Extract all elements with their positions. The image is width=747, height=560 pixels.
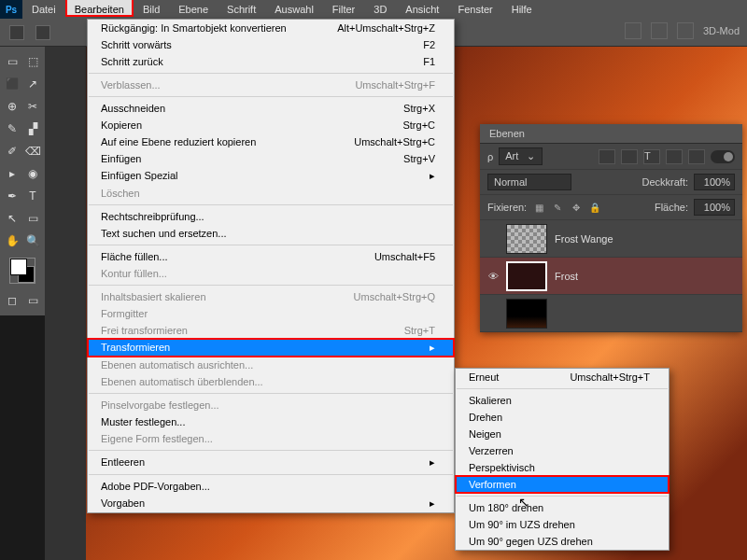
filter-adjust-icon[interactable] [621,149,638,164]
filter-shape-icon[interactable] [666,149,683,164]
tool[interactable]: ↖ [3,208,21,229]
menubar-item-ebene[interactable]: Ebene [169,0,218,19]
layer-row[interactable] [480,295,742,332]
opacity-field[interactable]: 100% [694,174,735,190]
menu-item[interactable]: Skalieren [456,392,669,409]
menubar-item-bearbeiten[interactable]: Bearbeiten [65,0,134,17]
tool[interactable]: ⌫ [23,141,42,161]
opacity-label: Deckkraft: [641,176,688,188]
menu-item[interactable]: Transformieren [88,339,454,357]
tools-panel: ▭⬚⬛↗⊕✂✎▞✐⌫▸◉✒T↖▭✋🔍 ◻▭ [0,47,45,315]
filter-type-icon[interactable]: T [643,149,660,164]
menu-item: Inhaltsbasiert skalierenUmschalt+Strg+Q [88,288,454,305]
tool[interactable]: ▭ [23,208,42,229]
menu-item[interactable]: Um 90° gegen UZS drehen [456,533,669,550]
layers-tab[interactable]: Ebenen [480,124,742,144]
edit-menu: Rückgängig: In Smartobjekt konvertierenA… [87,19,455,513]
tool[interactable]: ▭ [3,51,21,72]
tool[interactable]: T [23,186,42,206]
menu-item[interactable]: KopierenStrg+C [88,117,454,133]
color-swatch[interactable] [9,258,35,284]
tool[interactable]: ✐ [3,141,21,161]
screenmode-icon[interactable]: ▭ [23,290,42,311]
tool-preset-icon[interactable] [9,25,24,40]
tool[interactable]: ▞ [23,119,42,139]
distribute-icon[interactable] [651,22,668,39]
visibility-icon[interactable]: 👁 [480,271,506,282]
menubar-item-bild[interactable]: Bild [134,0,169,19]
menu-item[interactable]: Muster festlegen... [88,413,454,430]
tool[interactable]: ✋ [3,231,21,251]
menu-item[interactable]: Verzerren [456,442,669,459]
menu-item: Eigene Form festlegen... [88,430,454,447]
tool[interactable]: ✂ [23,96,42,117]
fill-field[interactable]: 100% [694,199,735,216]
lock-pixels-icon[interactable]: ✎ [551,201,564,214]
menu-item[interactable]: Verformen [456,476,669,493]
menubar-item-datei[interactable]: Datei [22,0,65,19]
menu-item: Verblassen...Umschalt+Strg+F [88,77,454,93]
tool[interactable]: ✎ [3,119,21,139]
blend-mode-select[interactable]: Normal [487,174,571,190]
filter-smart-icon[interactable] [688,149,705,164]
lock-all-icon[interactable]: 🔒 [588,201,601,214]
move-icon[interactable] [35,25,50,40]
tool[interactable]: ⬚ [23,51,42,72]
menu-item[interactable]: AusschneidenStrg+X [88,100,454,117]
menubar-item-3d[interactable]: 3D [364,0,396,19]
layer-name: Frost [555,271,578,282]
menu-item: Kontur füllen... [88,265,454,282]
menu-item[interactable]: Adobe PDF-Vorgaben... [88,478,454,495]
layers-panel: Ebenen ρ Art ⌄ T Normal Deckkraft: 100% … [480,124,742,332]
menubar-item-fenster[interactable]: Fenster [448,0,501,19]
menu-item[interactable]: Fläche füllen...Umschalt+F5 [88,248,454,265]
menubar-item-auswahl[interactable]: Auswahl [265,0,323,19]
menu-item[interactable]: Text suchen und ersetzen... [88,225,454,242]
foreground-color[interactable] [10,259,27,275]
menu-item[interactable]: Rückgängig: In Smartobjekt konvertierenA… [88,20,454,36]
options-bar-right: 3D-Mod [625,22,740,39]
menu-item[interactable]: Schritt zurückF1 [88,53,454,70]
tool[interactable]: ◉ [23,163,42,184]
fill-label: Fläche: [655,202,688,213]
tool[interactable]: 🔍 [23,231,42,251]
tool[interactable]: ▸ [3,163,21,184]
menu-item[interactable]: Um 90° im UZS drehen [456,516,669,533]
menu-item[interactable]: Auf eine Ebene reduziert kopierenUmschal… [88,133,454,150]
lock-position-icon[interactable]: ✥ [570,201,583,214]
menubar-item-filter[interactable]: Filter [323,0,364,19]
tool[interactable]: ⬛ [3,74,21,94]
lock-transparency-icon[interactable]: ▦ [532,201,545,214]
3d-icon[interactable] [677,22,694,39]
tool[interactable]: ✒ [3,186,21,206]
menubar-item-hilfe[interactable]: Hilfe [502,0,542,19]
menubar-item-ansicht[interactable]: Ansicht [396,0,448,19]
layer-row[interactable]: 👁Frost [480,258,742,295]
tool[interactable]: ⊕ [3,96,21,117]
menu-item[interactable]: Schritt vorwärtsF2 [88,36,454,53]
layer-thumb [506,299,547,329]
menu-item[interactable]: EinfügenStrg+V [88,150,454,167]
menu-item[interactable]: Entleeren [88,454,454,471]
doc-tabs [45,47,86,560]
menu-item[interactable]: Neigen [456,426,669,442]
filter-toggle[interactable] [711,150,735,163]
layer-row[interactable]: Frost Wange [480,220,742,258]
layer-thumb [506,224,547,254]
menu-item[interactable]: Vorgaben [88,495,454,512]
lock-label: Fixieren: [487,202,527,213]
filter-type-select[interactable]: Art ⌄ [499,147,542,165]
menu-item[interactable]: ErneutUmschalt+Strg+T [456,369,669,385]
menu-item[interactable]: Perspektivisch [456,459,669,476]
menu-item[interactable]: Einfügen Spezial [88,167,454,185]
menu-item: Ebenen automatisch überblenden... [88,373,454,390]
menubar-item-schrift[interactable]: Schrift [218,0,265,19]
filter-pixel-icon[interactable] [599,149,615,164]
quickmask-icon[interactable]: ◻ [3,290,21,311]
align-icon[interactable] [625,22,641,39]
menu-item[interactable]: Rechtschreibprüfung... [88,208,454,225]
menu-item[interactable]: Um 180° drehen [456,499,669,516]
menu-item[interactable]: Drehen [456,409,669,426]
menu-item: Ebenen automatisch ausrichten... [88,357,454,373]
tool[interactable]: ↗ [23,74,42,94]
